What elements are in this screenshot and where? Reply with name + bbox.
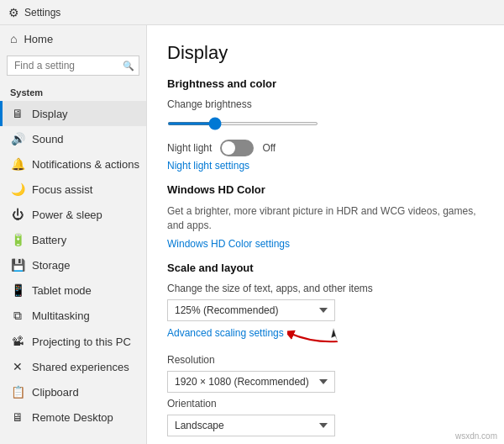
red-arrow-annotation (287, 325, 346, 345)
sidebar-home-label: Home (24, 33, 53, 45)
search-icon: 🔍 (123, 61, 134, 71)
hd-color-section: Windows HD Color Get a brighter, more vi… (167, 183, 484, 250)
night-light-row: Night light Off (167, 140, 484, 156)
sidebar-item-storage[interactable]: 💾 Storage (0, 252, 146, 278)
title-bar: ⚙ Settings (0, 0, 504, 25)
svg-marker-0 (331, 328, 338, 341)
notifications-icon: 🔔 (10, 157, 25, 171)
home-icon: ⌂ (10, 32, 17, 45)
brightness-slider[interactable] (167, 122, 318, 125)
battery-icon: 🔋 (10, 233, 25, 246)
sidebar-item-multitasking-label: Multitasking (32, 309, 90, 322)
hd-color-title: Windows HD Color (167, 183, 484, 196)
resolution-label: Resolution (167, 354, 484, 366)
night-light-slider (220, 140, 254, 156)
sidebar-item-tablet-mode-label: Tablet mode (32, 284, 92, 297)
sound-icon: 🔊 (10, 132, 25, 145)
focus-assist-icon: 🌙 (10, 182, 25, 196)
page-title: Display (167, 42, 484, 64)
sidebar-item-clipboard-label: Clipboard (32, 386, 79, 399)
scale-dropdown[interactable]: 100% 125% (Recommended) 150% 175% (167, 299, 335, 321)
sidebar-item-battery[interactable]: 🔋 Battery (0, 227, 146, 252)
orientation-dropdown-container: Landscape Portrait Landscape (flipped) P… (167, 415, 484, 436)
night-light-toggle[interactable] (220, 140, 254, 156)
sidebar-item-notifications-label: Notifications & actions (32, 158, 139, 171)
sidebar-item-shared-experiences-label: Shared experiences (32, 361, 129, 373)
scale-dropdown-container: 100% 125% (Recommended) 150% 175% (167, 299, 484, 321)
sidebar-item-storage-label: Storage (32, 259, 71, 272)
night-light-label: Night light (167, 142, 212, 154)
sidebar-item-clipboard[interactable]: 📋 Clipboard (0, 379, 146, 404)
sidebar-item-focus-assist[interactable]: 🌙 Focus assist (0, 177, 146, 202)
sidebar: ⌂ Home 🔍 System 🖥 Display 🔊 Sound 🔔 Noti… (0, 25, 147, 444)
sidebar-item-projecting-label: Projecting to this PC (32, 336, 131, 348)
sidebar-item-sound[interactable]: 🔊 Sound (0, 126, 146, 151)
night-light-state: Off (262, 142, 276, 154)
orientation-dropdown[interactable]: Landscape Portrait Landscape (flipped) P… (167, 415, 335, 436)
storage-icon: 💾 (10, 258, 25, 272)
sidebar-item-focus-assist-label: Focus assist (32, 183, 92, 196)
brightness-slider-container (167, 115, 484, 128)
sidebar-item-display[interactable]: 🖥 Display (0, 101, 146, 126)
projecting-icon: 📽 (10, 335, 25, 348)
sidebar-home[interactable]: ⌂ Home (0, 25, 146, 52)
scale-section-title: Scale and layout (167, 262, 484, 274)
hd-color-settings-link[interactable]: Windows HD Color settings (167, 238, 484, 250)
hd-color-desc: Get a brighter, more vibrant picture in … (167, 204, 484, 233)
sidebar-item-power-sleep-label: Power & sleep (32, 209, 102, 221)
night-light-settings-link[interactable]: Night light settings (167, 160, 484, 172)
sidebar-item-display-label: Display (32, 108, 68, 120)
title-bar-label: Settings (24, 7, 60, 18)
tablet-mode-icon: 📱 (10, 283, 25, 297)
resolution-dropdown[interactable]: 1920 × 1080 (Recommended) 1280 × 720 102… (167, 371, 335, 393)
main-content: Display Brightness and color Change brig… (147, 25, 504, 444)
multitasking-icon: ⧉ (10, 309, 25, 323)
sidebar-item-power-sleep[interactable]: ⏻ Power & sleep (0, 202, 146, 227)
size-label: Change the size of text, apps, and other… (167, 283, 484, 294)
display-icon: 🖥 (10, 107, 25, 120)
clipboard-icon: 📋 (10, 385, 25, 399)
system-label: System (0, 82, 146, 101)
sidebar-item-remote-desktop-label: Remote Desktop (32, 411, 113, 424)
change-brightness-label: Change brightness (167, 98, 484, 110)
brightness-section-title: Brightness and color (167, 77, 484, 90)
sidebar-item-shared-experiences[interactable]: ✕ Shared experiences (0, 354, 146, 379)
sidebar-item-remote-desktop[interactable]: 🖥 Remote Desktop (0, 404, 146, 430)
sidebar-item-notifications[interactable]: 🔔 Notifications & actions (0, 151, 146, 177)
app-container: ⌂ Home 🔍 System 🖥 Display 🔊 Sound 🔔 Noti… (0, 25, 504, 444)
sidebar-item-multitasking[interactable]: ⧉ Multitasking (0, 303, 146, 329)
remote-desktop-icon: 🖥 (10, 410, 25, 424)
sidebar-item-projecting[interactable]: 📽 Projecting to this PC (0, 329, 146, 354)
power-sleep-icon: ⏻ (10, 208, 25, 221)
search-box: 🔍 (7, 56, 139, 76)
sidebar-item-tablet-mode[interactable]: 📱 Tablet mode (0, 278, 146, 303)
orientation-label: Orientation (167, 398, 484, 410)
sidebar-item-battery-label: Battery (32, 234, 66, 246)
sidebar-item-sound-label: Sound (32, 133, 64, 145)
settings-icon: ⚙ (8, 6, 19, 19)
advanced-scaling-link[interactable]: Advanced scaling settings (167, 327, 284, 339)
shared-experiences-icon: ✕ (10, 360, 25, 373)
resolution-dropdown-container: 1920 × 1080 (Recommended) 1280 × 720 102… (167, 371, 484, 393)
search-input[interactable] (7, 56, 139, 76)
